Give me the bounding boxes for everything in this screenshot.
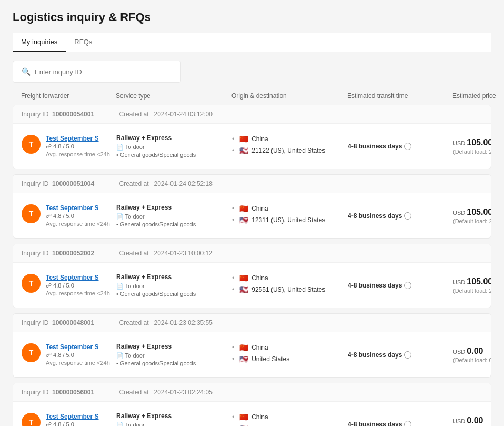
- transit-time-3: 4-8 business days i: [348, 351, 453, 359]
- col-header-forwarder: Freight forwarder: [21, 92, 116, 100]
- origin-text-1: China: [251, 205, 268, 212]
- dest-item-0: • 🇺🇸 21122 (US), United States: [232, 146, 348, 155]
- forwarder-name-0[interactable]: Test September S: [46, 135, 110, 142]
- origin-dest-4: • 🇨🇳 China • 🇺🇸 United States: [232, 413, 348, 427]
- service-goods-3: • General goods/Special goods: [116, 360, 232, 366]
- inquiry-id-2: Inquiry ID 100000052002: [22, 250, 94, 257]
- service-type-0: Railway + Express 📄 To door • General go…: [116, 134, 232, 158]
- dest-item-4: • 🇺🇸 United States: [232, 424, 348, 427]
- price-amount-3: 0.00: [467, 346, 483, 355]
- tab-my-inquiries[interactable]: My inquiries: [13, 33, 66, 52]
- transit-info-icon-2[interactable]: i: [404, 282, 411, 289]
- inquiry-row-0: T Test September S ☍ 4.8 / 5.0 Avg. resp…: [13, 124, 491, 169]
- service-delivery-4: 📄 To door: [116, 422, 232, 426]
- price-currency-4: USD: [453, 418, 467, 424]
- forwarder-info-3: T Test September S ☍ 4.8 / 5.0 Avg. resp…: [22, 343, 116, 366]
- forwarder-name-1[interactable]: Test September S: [46, 204, 110, 212]
- transit-time-1: 4-8 business days i: [348, 212, 453, 220]
- price-col-3: USD 0.00 (Default load: 0 kg): [453, 346, 491, 363]
- inquiry-meta-3: Inquiry ID 100000048001 Created at 2024-…: [13, 314, 491, 332]
- dest-flag-4: 🇺🇸: [239, 424, 248, 427]
- forwarder-name-3[interactable]: Test September S: [46, 343, 110, 351]
- col-header-origin: Origin & destination: [231, 92, 347, 100]
- origin-flag-3: 🇨🇳: [239, 343, 248, 352]
- created-at-3: Created at 2024-01-23 02:35:55: [119, 319, 212, 326]
- origin-text-0: China: [251, 135, 268, 143]
- service-type-3: Railway + Express 📄 To door • General go…: [116, 343, 232, 366]
- price-note-1: (Default load: 21 kg): [453, 218, 491, 224]
- price-note-2: (Default load: 21 kg): [453, 288, 491, 294]
- forwarder-response-2: Avg. response time <24h: [46, 290, 110, 296]
- dest-text-0: 21122 (US), United States: [251, 147, 325, 154]
- price-note-0: (Default load: 21 kg): [453, 148, 491, 155]
- service-delivery-2: 📄 To door: [116, 283, 232, 290]
- transit-info-icon-1[interactable]: i: [404, 212, 411, 220]
- service-main-0: Railway + Express: [116, 134, 232, 142]
- transit-value-1: 4-8 business days: [348, 212, 402, 220]
- search-input[interactable]: [35, 68, 172, 76]
- created-at-0: Created at 2024-01-24 03:12:00: [119, 111, 212, 118]
- page-title: Logistics inquiry & RFQs: [13, 11, 491, 24]
- forwarder-rating-2: ☍ 4.8 / 5.0: [46, 282, 110, 289]
- forwarder-response-0: Avg. response time <24h: [46, 151, 110, 157]
- forwarder-avatar-1: T: [22, 204, 41, 223]
- service-delivery-1: 📄 To door: [116, 213, 232, 220]
- service-delivery-0: 📄 To door: [116, 144, 232, 151]
- inquiry-block-4: Inquiry ID 100000056001 Created at 2024-…: [13, 383, 491, 426]
- service-delivery-3: 📄 To door: [116, 352, 232, 359]
- transit-value-0: 4-8 business days: [348, 143, 402, 150]
- origin-dest-1: • 🇨🇳 China • 🇺🇸 12311 (US), United State…: [232, 204, 348, 227]
- forwarder-details-2: Test September S ☍ 4.8 / 5.0 Avg. respon…: [46, 274, 110, 296]
- forwarder-rating-1: ☍ 4.8 / 5.0: [46, 213, 110, 220]
- transit-info-icon-4[interactable]: i: [404, 421, 411, 427]
- search-bar: 🔍: [13, 61, 181, 83]
- price-line-1: USD 105.00: [453, 207, 491, 217]
- origin-bullet-0: •: [232, 135, 234, 143]
- col-header-service: Service type: [116, 92, 231, 100]
- forwarder-rating-3: ☍ 4.8 / 5.0: [46, 352, 110, 359]
- service-type-2: Railway + Express 📄 To door • General go…: [116, 273, 232, 297]
- forwarder-info-4: T Test September S ☍ 4.8 / 5.0 Avg. resp…: [22, 413, 116, 426]
- transit-info-icon-0[interactable]: i: [404, 143, 411, 150]
- price-line-4: USD 0.00: [453, 416, 491, 425]
- forwarder-rating-0: ☍ 4.8 / 5.0: [46, 143, 110, 150]
- price-currency-3: USD: [453, 349, 467, 355]
- tabs-bar: My inquiries RFQs: [13, 33, 491, 52]
- price-col-4: USD 0.00 (Default load: 0 kg): [453, 416, 491, 427]
- service-goods-0: • General goods/Special goods: [116, 152, 232, 158]
- price-line-3: USD 0.00: [453, 346, 491, 356]
- tab-rfqs[interactable]: RFQs: [66, 33, 100, 52]
- forwarder-name-2[interactable]: Test September S: [46, 274, 110, 281]
- inquiries-list: Inquiry ID 100000054001 Created at 2024-…: [13, 105, 491, 426]
- col-header-price: Estimated price: [452, 92, 504, 100]
- origin-dest-0: • 🇨🇳 China • 🇺🇸 21122 (US), United State…: [232, 135, 348, 158]
- service-main-3: Railway + Express: [116, 343, 232, 350]
- transit-time-4: 4-8 business days i: [348, 421, 453, 427]
- origin-item-3: • 🇨🇳 China: [232, 343, 348, 352]
- search-icon: 🔍: [22, 67, 31, 76]
- inquiry-block-3: Inquiry ID 100000048001 Created at 2024-…: [13, 313, 491, 378]
- forwarder-info-2: T Test September S ☍ 4.8 / 5.0 Avg. resp…: [22, 274, 116, 296]
- forwarder-avatar-2: T: [22, 274, 41, 293]
- table-header: Freight forwarder Service type Origin & …: [13, 87, 491, 105]
- origin-item-0: • 🇨🇳 China: [232, 135, 348, 143]
- origin-bullet-2: •: [232, 274, 234, 282]
- created-at-1: Created at 2024-01-24 02:52:18: [119, 180, 212, 187]
- dest-bullet-1: •: [232, 216, 234, 224]
- forwarder-info-0: T Test September S ☍ 4.8 / 5.0 Avg. resp…: [22, 135, 116, 157]
- origin-dest-3: • 🇨🇳 China • 🇺🇸 United States: [232, 343, 348, 366]
- price-line-2: USD 105.00: [453, 277, 491, 286]
- forwarder-name-4[interactable]: Test September S: [46, 413, 110, 420]
- dest-text-2: 92551 (US), United States: [251, 286, 325, 293]
- dest-flag-2: 🇺🇸: [239, 285, 248, 294]
- origin-dest-2: • 🇨🇳 China • 🇺🇸 92551 (US), United State…: [232, 274, 348, 297]
- dest-item-2: • 🇺🇸 92551 (US), United States: [232, 285, 348, 294]
- price-currency-1: USD: [453, 210, 467, 216]
- inquiry-block-2: Inquiry ID 100000052002 Created at 2024-…: [13, 244, 491, 308]
- origin-bullet-3: •: [232, 344, 234, 351]
- inquiry-block-0: Inquiry ID 100000054001 Created at 2024-…: [13, 105, 491, 169]
- price-amount-2: 105.00: [467, 277, 491, 286]
- origin-text-4: China: [251, 413, 268, 421]
- transit-info-icon-3[interactable]: i: [404, 351, 411, 359]
- forwarder-rating-4: ☍ 4.8 / 5.0: [46, 421, 110, 426]
